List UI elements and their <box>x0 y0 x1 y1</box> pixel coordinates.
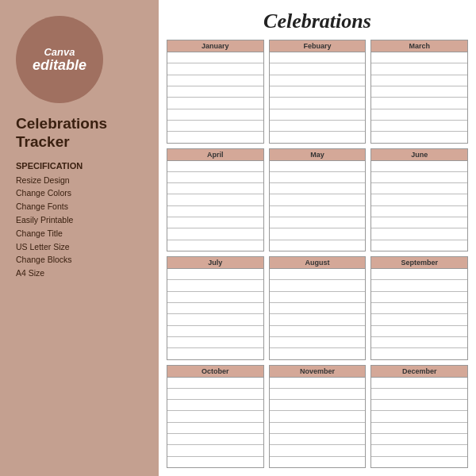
month-line <box>371 348 467 359</box>
month-lines <box>270 378 366 468</box>
month-line <box>371 183 467 194</box>
month-line <box>371 132 467 142</box>
month-line <box>371 52 467 63</box>
month-line <box>270 63 366 75</box>
month-lines <box>167 161 263 251</box>
month-header: January <box>167 40 263 52</box>
month-line <box>371 75 467 86</box>
month-header: March <box>371 40 467 52</box>
month-line <box>270 292 366 303</box>
month-block: November <box>269 365 367 469</box>
feature-item: Change Colors <box>16 186 147 200</box>
month-line <box>270 132 366 142</box>
month-lines <box>270 161 366 251</box>
month-line <box>371 445 467 456</box>
spec-label: SPECIFICATION <box>16 161 147 171</box>
month-line <box>270 109 366 121</box>
month-header: May <box>270 149 366 161</box>
month-line <box>270 86 366 98</box>
month-line <box>167 314 263 325</box>
month-line <box>371 269 467 280</box>
month-block: July <box>167 256 264 360</box>
month-line <box>167 183 263 194</box>
month-lines <box>371 52 467 143</box>
month-line <box>371 121 467 132</box>
month-line <box>371 161 467 172</box>
months-grid: JanuaryFebuaryMarchAprilMayJuneJulyAugus… <box>167 40 468 468</box>
month-line <box>371 217 467 228</box>
month-block: June <box>370 148 468 252</box>
month-line <box>167 121 263 132</box>
month-block: May <box>269 148 367 252</box>
month-line <box>371 206 467 217</box>
month-line <box>167 348 263 359</box>
month-line <box>371 389 467 400</box>
month-line <box>167 52 263 63</box>
month-header: July <box>167 257 263 269</box>
month-line <box>270 326 366 337</box>
month-line <box>371 303 467 314</box>
month-line <box>167 411 263 422</box>
month-lines <box>371 378 467 468</box>
month-line <box>167 86 263 98</box>
month-line <box>371 292 467 303</box>
month-line <box>167 109 263 121</box>
sidebar: Canva editable Celebrations Tracker SPEC… <box>0 0 159 476</box>
month-line <box>270 423 366 434</box>
month-line <box>167 445 263 456</box>
month-line <box>270 52 366 63</box>
feature-item: Change Title <box>16 227 147 240</box>
month-line <box>167 206 263 217</box>
month-line <box>167 303 263 314</box>
month-header: December <box>371 366 467 378</box>
month-header: November <box>270 366 366 378</box>
feature-item: Easily Printable <box>16 213 147 227</box>
month-line <box>371 109 467 121</box>
feature-item: Change Blocks <box>16 253 147 267</box>
month-line <box>270 445 366 456</box>
month-line <box>167 434 263 445</box>
month-line <box>167 326 263 337</box>
feature-item: A4 Size <box>16 267 147 280</box>
month-line <box>371 63 467 75</box>
month-line <box>167 75 263 86</box>
month-line <box>270 457 366 467</box>
month-line <box>167 240 263 251</box>
month-block: April <box>167 148 264 252</box>
product-title: Celebrations Tracker <box>16 115 147 152</box>
month-line <box>167 457 263 467</box>
month-line <box>270 206 366 217</box>
month-line <box>270 348 366 359</box>
month-lines <box>167 378 263 468</box>
month-line <box>371 423 467 434</box>
month-line <box>371 326 467 337</box>
month-line <box>270 194 366 205</box>
month-lines <box>167 269 263 359</box>
feature-item: US Letter Size <box>16 240 147 254</box>
month-line <box>371 280 467 291</box>
month-line <box>270 378 366 389</box>
month-line <box>371 411 467 422</box>
canva-label: Canva <box>44 46 75 58</box>
month-line <box>371 337 467 348</box>
month-line <box>371 434 467 445</box>
month-header: June <box>371 149 467 161</box>
month-header: October <box>167 366 263 378</box>
month-line <box>270 161 366 172</box>
month-line <box>270 269 366 280</box>
page-title: Celebrations <box>167 10 468 33</box>
month-line <box>371 400 467 411</box>
month-block: August <box>269 256 367 360</box>
month-block: September <box>370 256 468 360</box>
feature-item: Change Fonts <box>16 200 147 213</box>
month-line <box>371 194 467 205</box>
month-line <box>167 194 263 205</box>
month-line <box>270 217 366 228</box>
month-line <box>167 172 263 183</box>
month-header: April <box>167 149 263 161</box>
month-line <box>371 457 467 467</box>
month-line <box>371 86 467 98</box>
month-line <box>167 423 263 434</box>
month-line <box>270 183 366 194</box>
month-line <box>167 280 263 291</box>
